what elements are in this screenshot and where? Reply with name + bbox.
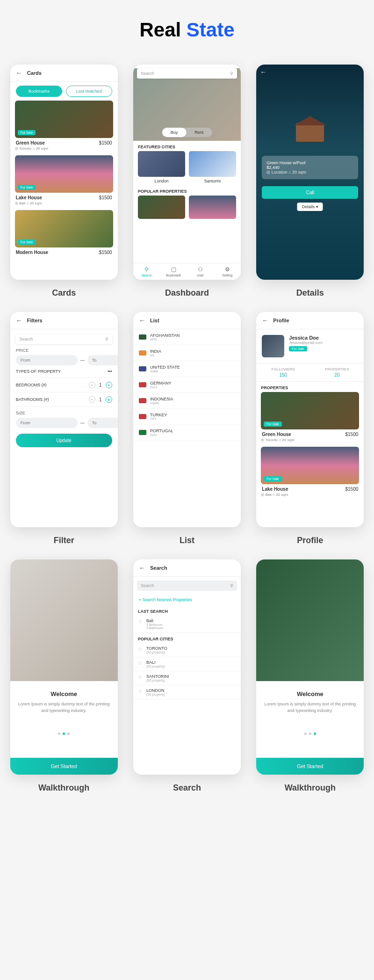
back-icon[interactable]: ←	[16, 317, 22, 324]
size-from[interactable]	[16, 418, 78, 428]
popular-city-item[interactable]: TORONTO(50 property)	[133, 643, 241, 657]
screens-grid: ←Cards Bookmarks Last Watched For Sale G…	[9, 65, 365, 793]
list-item[interactable]: INDIAins	[133, 345, 241, 361]
property-card[interactable]: For Sale Modern House$1500	[15, 210, 113, 256]
search-input[interactable]: Search⚲	[16, 334, 112, 344]
list-item[interactable]: AFGHANISTANAFN	[133, 329, 241, 345]
welcome-heading: Welcome	[264, 690, 356, 697]
list-item[interactable]: INDONESIArupiah	[133, 393, 241, 409]
list-item[interactable]: PORTUGALEuro	[133, 425, 241, 441]
get-started-button[interactable]: Get Started	[10, 758, 118, 775]
tab-bookmarks[interactable]: Bookmarks	[16, 86, 62, 97]
city-card[interactable]: Santorini	[189, 151, 236, 185]
screen-label: Dashboard	[165, 288, 209, 298]
back-icon[interactable]: ←	[262, 317, 268, 324]
popular-city-item[interactable]: LONDON(50 property)	[133, 685, 241, 699]
get-started-button[interactable]: Get Started	[256, 758, 364, 775]
screen-label: Cards	[52, 288, 76, 298]
screen-label: Walkthrough	[38, 783, 89, 793]
section-featured: FEATURED CITIES	[133, 141, 241, 151]
screen-cards: ←Cards Bookmarks Last Watched For Sale G…	[10, 65, 118, 280]
screen-profile: ←Profile Jessica Doe Jessica@gmail.com F…	[256, 312, 364, 527]
screen-walkthrough: Welcome Lorem Ipsum is simply dummy text…	[10, 559, 118, 775]
property-card[interactable]: For Sale Lake House$1500 ◎ Bali ⌂ 20 sqm	[261, 447, 359, 499]
last-search-item[interactable]: Bali 3 Bedroom 3 Bathroom	[133, 616, 241, 633]
screen-label: Search	[173, 783, 201, 793]
plus-button[interactable]: +	[106, 382, 112, 388]
search-icon: ⚲	[230, 71, 233, 76]
profile-name: Jessica Doe	[289, 335, 322, 341]
minus-button[interactable]: −	[89, 396, 95, 403]
detail-info: Green House w/Pool $2,440 ◎ Location ⌂ 2…	[262, 156, 358, 179]
screen-list: ←List AFGHANISTANAFNINDIAinsUNITED STATE…	[133, 312, 241, 527]
screen-walkthrough: Welcome Lorem Ipsum is simply dummy text…	[256, 559, 364, 775]
page-dots	[264, 733, 356, 735]
screen-label: Details	[296, 288, 324, 298]
screen-label: Walkthrough	[285, 783, 336, 793]
price-from[interactable]	[16, 355, 78, 365]
page-dots	[18, 733, 110, 735]
tab-last-watched[interactable]: Last Watched	[66, 86, 112, 97]
plus-button[interactable]: +	[106, 396, 112, 403]
page-title: Real State	[9, 19, 365, 41]
screen-label: List	[180, 536, 194, 545]
sale-badge: For Sale	[18, 130, 36, 135]
welcome-heading: Welcome	[18, 690, 110, 697]
back-icon[interactable]: ←	[16, 69, 22, 77]
popular-city-item[interactable]: BALI(50 property)	[133, 657, 241, 671]
stat-properties[interactable]: PROPERTIES20	[310, 363, 364, 381]
property-thumb[interactable]	[138, 196, 185, 219]
back-icon[interactable]: ←	[139, 317, 145, 324]
section-popular: POPULAR PROPERTIES	[133, 185, 241, 196]
search-icon: ⚲	[230, 583, 233, 588]
property-card[interactable]: For Sale Lake House$1500 ◎ Bali ⌂ 20 sqm	[15, 155, 113, 207]
property-card[interactable]: For Sale Green House$1500 ◎ Toronto ⌂ 20…	[261, 392, 359, 444]
nearest-link[interactable]: ⌖ Search Nearest Properties	[133, 595, 241, 605]
city-card[interactable]: London	[138, 151, 185, 185]
segment-control[interactable]: BuyRent	[162, 128, 212, 137]
sale-badge: For Sale	[18, 240, 36, 245]
status-badge: For Sale	[289, 346, 307, 351]
minus-button[interactable]: −	[89, 382, 95, 388]
screen-dashboard: Search⚲ BuyRent FEATURED CITIES London S…	[133, 65, 241, 280]
price-to[interactable]	[87, 355, 118, 365]
more-icon[interactable]: •••	[108, 369, 112, 374]
nav-search[interactable]: ⚲Search	[133, 263, 160, 280]
bottom-nav: ⚲Search ▢Bookmark ⚇User ⚙Setting	[133, 263, 241, 280]
search-icon: ⚲	[105, 337, 108, 341]
search-input[interactable]: Search⚲	[137, 68, 237, 79]
nav-setting[interactable]: ⚙Setting	[214, 263, 241, 280]
screen-details: ← Green House w/Pool $2,440 ◎ Location ⌂…	[256, 65, 364, 280]
screen-label: Profile	[297, 536, 323, 545]
screen-filter: ←Filters Search⚲ PRICE — TYPES OF PROPER…	[10, 312, 118, 527]
stat-followers[interactable]: FOLLOWERS150	[256, 363, 310, 381]
back-icon[interactable]: ←	[139, 564, 145, 572]
sale-badge: For Sale	[18, 185, 36, 190]
avatar	[262, 335, 284, 357]
details-dropdown[interactable]: Details ▾	[297, 203, 323, 211]
popular-city-item[interactable]: SANTORINI(50 property)	[133, 671, 241, 685]
nav-user[interactable]: ⚇User	[187, 263, 214, 280]
screen-search: ←Search Search⚲ ⌖ Search Nearest Propert…	[133, 559, 241, 775]
list-item[interactable]: GERMANYEuro	[133, 377, 241, 393]
property-thumb[interactable]	[189, 196, 236, 219]
nav-bookmark[interactable]: ▢Bookmark	[160, 263, 187, 280]
call-button[interactable]: Call	[262, 186, 358, 199]
header-title: Cards	[27, 70, 42, 76]
size-to[interactable]	[87, 418, 118, 428]
screen-label: Filter	[54, 536, 74, 545]
list-item[interactable]: UNITED STATEdollar	[133, 361, 241, 377]
update-button[interactable]: Update	[16, 434, 112, 447]
list-item[interactable]: TURKEYTRY	[133, 409, 241, 425]
property-card[interactable]: For Sale Green House$1500 ◎ Toronto ⌂ 20…	[15, 101, 113, 152]
back-icon[interactable]: ←	[260, 68, 266, 76]
search-input[interactable]: Search⚲	[137, 581, 237, 591]
